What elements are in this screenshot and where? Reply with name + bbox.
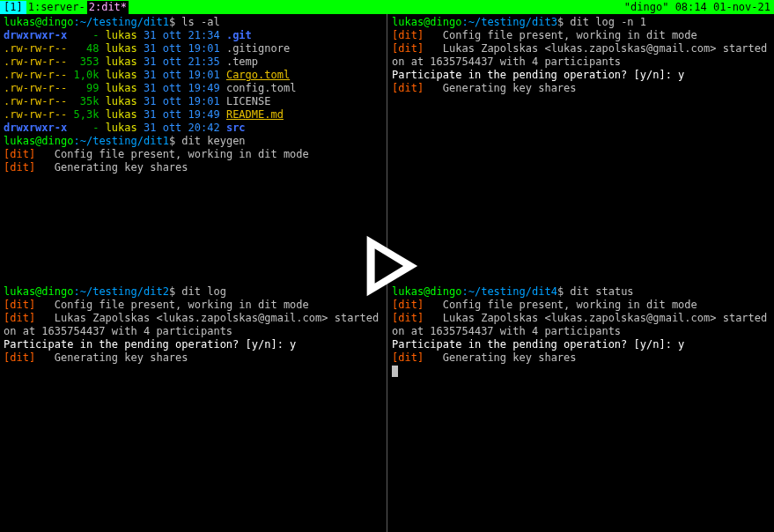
- pane-dit4[interactable]: lukas@dingo:~/testing/dit4$ dit status […: [388, 284, 774, 532]
- output-line: on at 1635754437 with 4 participants: [392, 325, 770, 338]
- output-line: [dit] Lukas Zapolskas <lukas.zapolskas@g…: [4, 312, 382, 325]
- ls-row: .rw-rw-r-- 48 lukas 31 ott 19:01 .gitign…: [4, 42, 382, 55]
- output-line: Participate in the pending operation? [y…: [4, 338, 382, 351]
- command: dit status: [570, 285, 633, 298]
- ls-row: drwxrwxr-x - lukas 31 ott 21:34 .git: [4, 29, 382, 42]
- output-line: on at 1635754437 with 4 participants: [4, 325, 382, 338]
- output-line: Participate in the pending operation? [y…: [392, 338, 770, 351]
- pane-dit3[interactable]: lukas@dingo:~/testing/dit3$ dit log -n 1…: [388, 14, 774, 284]
- ls-row: drwxrwxr-x - lukas 31 ott 20:42 src: [4, 122, 382, 135]
- output-line: [dit] Config file present, working in di…: [392, 29, 770, 42]
- prompt-line: lukas@dingo:~/testing/dit4$ dit status: [392, 285, 770, 299]
- ls-row: .rw-rw-r-- 353 lukas 31 ott 21:35 .temp: [4, 55, 382, 69]
- ls-row: .rw-rw-r-- 99 lukas 31 ott 19:49 config.…: [4, 82, 382, 95]
- output-line: [dit] Generating key shares: [392, 351, 770, 365]
- statusbar-right: "dingo" 08:14 01-nov-21: [624, 1, 770, 14]
- session-indicator: [1]: [0, 1, 26, 14]
- ls-row: .rw-rw-r-- 5,3k lukas 31 ott 19:49 READM…: [4, 108, 382, 122]
- output-line: on at 1635754437 with 4 participants: [392, 55, 770, 69]
- ls-output: drwxrwxr-x - lukas 31 ott 21:34 .git.rw-…: [4, 29, 382, 135]
- statusbar-left: [1] 1:server- 2:dit*: [0, 1, 129, 14]
- prompt-line: lukas@dingo:~/testing/dit1$ ls -al: [4, 16, 382, 29]
- ls-row: .rw-rw-r-- 35k lukas 31 ott 19:01 LICENS…: [4, 95, 382, 108]
- command: dit keygen: [181, 135, 245, 147]
- command: dit log -n 1: [570, 16, 646, 28]
- output-line: [dit] Lukas Zapolskas <lukas.zapolskas@g…: [392, 312, 770, 325]
- window-tab-2[interactable]: 2:dit*: [87, 1, 129, 14]
- command: ls -al: [181, 16, 219, 28]
- prompt-line: lukas@dingo:~/testing/dit3$ dit log -n 1: [392, 16, 770, 29]
- output-line: [dit] Generating key shares: [4, 161, 382, 174]
- command: dit log: [181, 285, 226, 298]
- window-tab-1[interactable]: 1:server-: [26, 1, 87, 14]
- pane-dit1[interactable]: lukas@dingo:~/testing/dit1$ ls -al drwxr…: [0, 14, 386, 284]
- output-line: [dit] Lukas Zapolskas <lukas.zapolskas@g…: [392, 42, 770, 55]
- output-line: [dit] Config file present, working in di…: [392, 299, 770, 312]
- output-line: Participate in the pending operation? [y…: [392, 69, 770, 82]
- output-line: [dit] Generating key shares: [392, 82, 770, 95]
- ls-row: .rw-rw-r-- 1,0k lukas 31 ott 19:01 Cargo…: [4, 69, 382, 82]
- cursor-line: [392, 365, 770, 378]
- cursor: [392, 366, 398, 377]
- output-line: [dit] Config file present, working in di…: [4, 148, 382, 161]
- tmux-statusbar: [1] 1:server- 2:dit* "dingo" 08:14 01-no…: [0, 0, 774, 14]
- prompt-line: lukas@dingo:~/testing/dit1$ dit keygen: [4, 135, 382, 148]
- prompt-line: lukas@dingo:~/testing/dit2$ dit log: [4, 285, 382, 299]
- output-line: [dit] Config file present, working in di…: [4, 299, 382, 312]
- pane-dit2[interactable]: lukas@dingo:~/testing/dit2$ dit log [dit…: [0, 284, 386, 532]
- output-line: [dit] Generating key shares: [4, 351, 382, 365]
